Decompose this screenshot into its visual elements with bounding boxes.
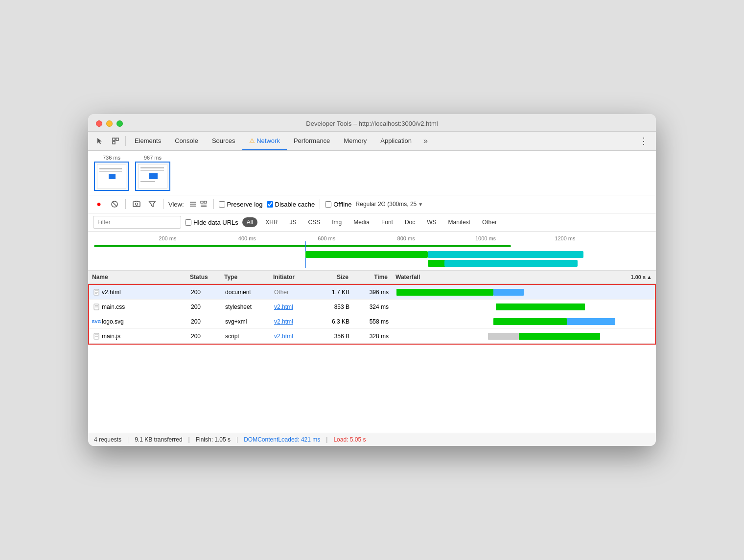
status-requests: 4 requests	[94, 436, 121, 443]
hide-data-urls-label: Hide data URLs	[193, 219, 238, 226]
thumb-line-3	[140, 167, 164, 168]
minimize-button[interactable]	[106, 120, 113, 127]
tab-application[interactable]: Application	[373, 132, 418, 150]
more-tabs-button[interactable]: »	[418, 133, 433, 149]
tab-performance[interactable]: Performance	[287, 132, 337, 150]
tab-sources[interactable]: Sources	[205, 132, 242, 150]
row-type-3: svg+xml	[221, 317, 270, 326]
row-initiator-4: v2.html	[270, 332, 314, 341]
offline-checkbox[interactable]	[325, 201, 331, 208]
waterfall-time-label: 1.00 s ▲	[631, 274, 652, 280]
filter-manifest-button[interactable]: Manifest	[444, 218, 474, 227]
filter-bar: Hide data URLs All XHR JS CSS Img Media …	[88, 213, 656, 232]
filter-img-button[interactable]: Img	[328, 218, 346, 227]
svg-rect-0	[113, 138, 115, 140]
close-button[interactable]	[96, 120, 102, 127]
row-initiator-1: Other	[270, 288, 314, 297]
record-button[interactable]: ●	[93, 198, 105, 210]
inspect-icon[interactable]	[108, 133, 123, 149]
window-title: Developer Tools – http://localhost:3000/…	[96, 120, 648, 127]
col-header-waterfall[interactable]: Waterfall 1.00 s ▲	[392, 273, 656, 281]
ruler-tick-2: 600 ms	[318, 235, 335, 241]
toolbar-sep-4	[320, 199, 320, 209]
filter-button[interactable]	[146, 198, 158, 210]
col-header-status[interactable]: Status	[186, 273, 220, 281]
filter-input[interactable]	[93, 216, 181, 229]
col-header-size[interactable]: Size	[313, 273, 352, 281]
clear-button[interactable]	[109, 198, 120, 210]
filter-doc-button[interactable]: Doc	[401, 218, 419, 227]
row-status-2: 200	[187, 303, 221, 311]
toolbar-sep-1	[125, 199, 126, 209]
hide-data-urls-checkbox[interactable]	[185, 219, 191, 226]
table-row[interactable]: main.js 200 script v2.html 356 B 328 ms	[89, 329, 655, 344]
col-header-type[interactable]: Type	[220, 273, 269, 281]
thumb-rect-1	[109, 174, 116, 179]
table-row[interactable]: main.css 200 stylesheet v2.html 853 B 32…	[89, 300, 655, 314]
view-label: View:	[168, 201, 184, 208]
table-row[interactable]: SVG logo.svg 200 svg+xml v2.html 6.3 KB …	[89, 314, 655, 329]
tab-memory[interactable]: Memory	[337, 132, 373, 150]
toolbar-sep-2	[163, 199, 163, 209]
thumb-line-5	[140, 181, 155, 182]
timeline-bar-teal-2	[444, 260, 578, 267]
col-header-initiator[interactable]: Initiator	[269, 273, 313, 281]
filter-font-button[interactable]: Font	[377, 218, 397, 227]
cursor-icon[interactable]	[92, 133, 108, 149]
row-waterfall-2	[393, 301, 655, 313]
maximize-button[interactable]	[116, 120, 123, 127]
filter-css-button[interactable]: CSS	[304, 218, 324, 227]
screenshot-thumb-1[interactable]	[94, 162, 129, 191]
list-view-button[interactable]	[188, 199, 198, 209]
thumb-line-1	[99, 168, 122, 169]
offline-label: Offline	[333, 201, 351, 208]
table-row[interactable]: v2.html 200 document Other 1.7 KB 396 ms	[89, 285, 655, 300]
filter-all-button[interactable]: All	[242, 217, 257, 227]
devtools-menu-button[interactable]: ⋮	[635, 132, 652, 150]
throttle-dropdown-arrow: ▼	[418, 202, 423, 207]
ruler-tick-4: 1000 ms	[475, 235, 496, 241]
tab-console[interactable]: Console	[168, 132, 205, 150]
row-name-2: main.css	[89, 302, 187, 312]
wf-bar-green-3	[493, 318, 567, 325]
preserve-log-checkbox[interactable]	[219, 201, 225, 208]
filter-media-button[interactable]: Media	[349, 218, 373, 227]
row-type-4: script	[221, 332, 270, 341]
network-toolbar: ● View: Preserve log Disable	[88, 195, 656, 213]
row-time-1: 396 ms	[353, 288, 393, 297]
filter-js-button[interactable]: JS	[285, 218, 300, 227]
status-transferred: 9.1 KB transferred	[135, 436, 182, 443]
thumb-line-2	[99, 171, 122, 172]
disable-cache-checkbox[interactable]	[267, 201, 273, 208]
tab-network[interactable]: ⚠ Network	[242, 132, 287, 150]
waterfall-bars-3	[396, 317, 651, 327]
capture-screenshot-button[interactable]	[131, 198, 142, 210]
row-initiator-3: v2.html	[270, 317, 314, 326]
waterfall-bars-1	[396, 287, 651, 297]
screenshot-item-2[interactable]: 967 ms	[135, 155, 170, 191]
row-type-2: stylesheet	[221, 303, 270, 311]
table-empty-space	[88, 345, 656, 433]
group-view-button[interactable]	[199, 199, 209, 209]
status-bar: 4 requests | 9.1 KB transferred | Finish…	[88, 433, 656, 446]
network-table: Name Status Type Initiator Size Time Wat…	[88, 271, 656, 433]
col-header-name[interactable]: Name	[88, 273, 186, 281]
preserve-log-label: Preserve log	[227, 201, 263, 208]
tab-elements[interactable]: Elements	[128, 132, 168, 150]
timeline-ruler: 200 ms 400 ms 600 ms 800 ms 1000 ms 1200…	[88, 232, 656, 241]
thumb-line-4	[140, 170, 164, 171]
throttle-label: Regular 2G (300ms, 25	[356, 201, 417, 208]
screenshot-thumb-2[interactable]	[135, 162, 170, 191]
filter-ws-button[interactable]: WS	[423, 218, 440, 227]
throttle-selector[interactable]: Regular 2G (300ms, 25 ▼	[356, 201, 423, 208]
timeline-content	[94, 241, 650, 268]
screenshot-time-1: 736 ms	[103, 155, 120, 161]
row-status-3: 200	[187, 317, 221, 326]
network-rows-selected: v2.html 200 document Other 1.7 KB 396 ms	[88, 284, 656, 345]
screenshot-item[interactable]: 736 ms	[94, 155, 129, 191]
filter-other-button[interactable]: Other	[478, 218, 501, 227]
filter-xhr-button[interactable]: XHR	[261, 218, 281, 227]
wf-bar-blue-3	[567, 318, 615, 325]
ruler-tick-0: 200 ms	[159, 235, 176, 241]
col-header-time[interactable]: Time	[352, 273, 392, 281]
